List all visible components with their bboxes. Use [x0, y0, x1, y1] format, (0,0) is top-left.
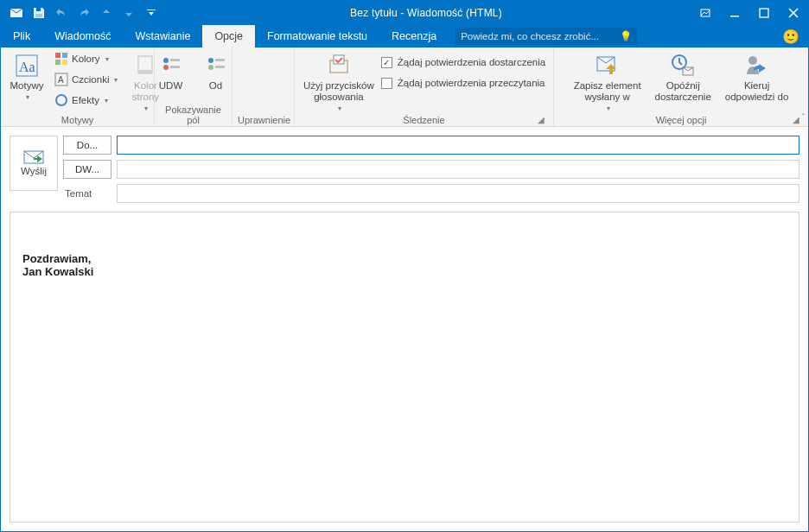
window-controls	[691, 1, 808, 25]
checkbox-unchecked-icon	[381, 78, 392, 89]
od-button[interactable]: Od	[195, 49, 237, 92]
motywy-label: Motywy	[10, 80, 44, 92]
opoznij-label: Opóźnij dostarczenie	[655, 80, 711, 103]
group-motywy-label: Motywy	[6, 115, 149, 126]
tab-plik[interactable]: Plik	[1, 25, 42, 48]
svg-text:Aa: Aa	[19, 60, 35, 74]
udw-button[interactable]: UDW	[150, 49, 192, 92]
lightbulb-icon: 💡	[620, 30, 632, 42]
przeczytanie-checkbox[interactable]: Żądaj potwierdzenia przeczytania	[381, 73, 545, 92]
tab-recenzja[interactable]: Recenzja	[379, 25, 449, 48]
redo-icon[interactable]	[73, 3, 94, 23]
opoznij-button[interactable]: Opóźnij dostarczenie	[652, 49, 715, 103]
compose-area: Wyślij Do... DW... Temat Pozdrawiam, Ja	[1, 127, 808, 531]
tell-me-search[interactable]: Powiedz mi, co chcesz zrobić... 💡	[455, 28, 637, 45]
to-input[interactable]	[117, 136, 799, 155]
quick-access-toolbar	[1, 3, 162, 23]
svg-point-22	[208, 58, 213, 63]
svg-rect-11	[55, 60, 61, 65]
ribbon-display-icon[interactable]	[691, 1, 720, 25]
delay-icon	[669, 52, 697, 79]
message-body[interactable]: Pozdrawiam, Jan Kowalski	[10, 212, 799, 522]
kieruj-label: Kieruj odpowiedzi do	[725, 80, 789, 103]
signature-line-2: Jan Kowalski	[22, 265, 93, 278]
zapisz-label: Zapisz element wysłany w	[574, 80, 641, 103]
group-sledzenie-label: Śledzenie ◢	[300, 115, 548, 126]
tab-wiadomosc[interactable]: Wiadomość	[42, 25, 123, 48]
cc-button[interactable]: DW...	[63, 160, 111, 179]
svg-rect-25	[215, 66, 225, 68]
close-button[interactable]	[779, 1, 808, 25]
przeczytanie-label: Żądaj potwierdzenia przeczytania	[398, 78, 545, 88]
zapisz-element-button[interactable]: Zapisz element wysłany w▾	[570, 49, 645, 114]
chevron-down-icon: ▾	[607, 103, 610, 114]
bcc-icon	[159, 54, 183, 78]
dialog-launcher-icon[interactable]: ◢	[536, 114, 546, 124]
subject-label: Temat	[63, 184, 111, 203]
customize-qat-icon[interactable]	[141, 3, 162, 23]
from-icon	[204, 54, 228, 78]
svg-rect-5	[730, 16, 739, 17]
dialog-launcher-icon[interactable]: ◢	[791, 114, 801, 124]
svg-rect-24	[215, 59, 225, 61]
svg-rect-9	[55, 53, 61, 58]
kieruj-button[interactable]: Kieruj odpowiedzi do	[722, 49, 793, 103]
save-sent-icon	[594, 52, 621, 79]
prev-item-icon[interactable]	[96, 3, 117, 23]
efekty-label: Efekty	[72, 95, 99, 105]
chevron-down-icon: ▾	[105, 97, 108, 104]
group-uprawnienie: Uprawnienie	[233, 48, 295, 126]
svg-point-31	[748, 56, 757, 65]
minimize-button[interactable]	[720, 1, 749, 25]
svg-rect-1	[36, 8, 41, 11]
svg-text:A: A	[58, 75, 64, 85]
tab-wstawianie[interactable]: Wstawianie	[123, 25, 202, 48]
collapse-ribbon-icon[interactable]: ˆ	[802, 113, 805, 123]
glosowanie-button[interactable]: Użyj przycisków głosowania▾	[300, 49, 378, 114]
svg-point-19	[163, 65, 169, 70]
send-button[interactable]: Wyślij	[10, 136, 58, 191]
group-wiecej-opcji: Zapisz element wysłany w▾ Opóźnij dostar…	[554, 48, 808, 126]
group-pokazywanie-pol: UDW Od Pokazywanie pól	[155, 48, 233, 126]
svg-rect-6	[760, 9, 768, 17]
tab-formatowanie[interactable]: Formatowanie tekstu	[255, 25, 379, 48]
chevron-down-icon: ▾	[26, 92, 29, 103]
ribbon: Aa Motywy▾ Kolory▾ A Czcionki▾ Efekty▾	[1, 48, 808, 127]
svg-rect-27	[334, 55, 344, 64]
czcionki-button[interactable]: A Czcionki▾	[51, 70, 121, 89]
effects-icon	[54, 93, 68, 107]
chevron-down-icon: ▾	[114, 76, 118, 84]
dostarczenie-label: Żądaj potwierdzenia dostarczenia	[398, 57, 545, 67]
fonts-icon: A	[54, 73, 68, 86]
czcionki-label: Czcionki	[72, 74, 109, 85]
svg-rect-20	[170, 59, 180, 61]
tab-opcje[interactable]: Opcje	[202, 25, 255, 48]
svg-rect-10	[62, 53, 67, 58]
colors-icon	[54, 52, 68, 66]
subject-input[interactable]	[117, 184, 799, 203]
group-wiecej-label: Więcej opcji ◢	[559, 115, 803, 126]
voting-icon	[325, 52, 353, 79]
svg-point-23	[208, 65, 213, 70]
od-label: Od	[209, 80, 222, 92]
signature-line-1: Pozdrawiam,	[22, 252, 91, 265]
save-icon[interactable]	[29, 3, 49, 23]
next-item-icon[interactable]	[118, 3, 139, 23]
motywy-button[interactable]: Aa Motywy▾	[6, 49, 48, 103]
cc-input[interactable]	[117, 160, 799, 179]
checkbox-checked-icon: ✓	[381, 57, 392, 68]
kolory-button[interactable]: Kolory▾	[51, 49, 121, 68]
to-button[interactable]: Do...	[63, 136, 111, 155]
group-sledzenie: Użyj przycisków głosowania▾ ✓ Żądaj potw…	[295, 48, 554, 126]
feedback-smiley-icon[interactable]: 🙂	[782, 28, 799, 45]
undo-icon[interactable]	[51, 3, 72, 23]
mail-icon[interactable]	[6, 3, 27, 23]
maximize-button[interactable]	[749, 1, 779, 25]
group-uprawnienie-label: Uprawnienie	[238, 115, 289, 126]
kolory-label: Kolory	[72, 54, 100, 64]
svg-rect-3	[147, 10, 156, 10]
dostarczenie-checkbox[interactable]: ✓ Żądaj potwierdzenia dostarczenia	[381, 53, 545, 72]
window-title: Bez tytułu - Wiadomość (HTML)	[162, 7, 691, 19]
efekty-button[interactable]: Efekty▾	[51, 91, 121, 110]
svg-rect-12	[62, 60, 67, 65]
